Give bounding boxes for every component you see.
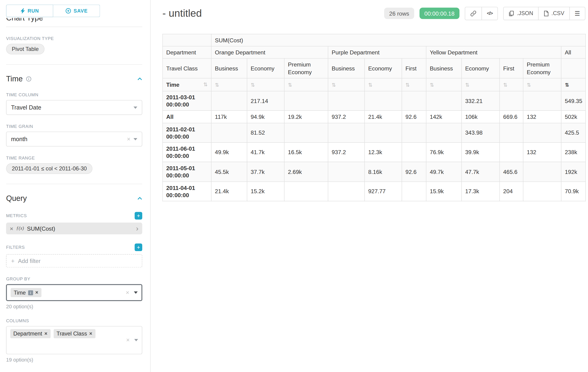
sort-icon[interactable]: ⇅ <box>406 83 410 88</box>
time-range-pill[interactable]: 2011-01-01 ≤ col < 2011-06-30 <box>6 163 93 174</box>
value-cell <box>523 123 561 142</box>
info-badge-icon: i <box>28 290 33 295</box>
value-cell: 465.6 <box>500 162 523 181</box>
row-label: 2011-05-01 00:00:00 <box>163 162 211 181</box>
time-section-header[interactable]: Time <box>6 75 142 84</box>
value-cell: 106k <box>462 111 500 123</box>
plus-icon: + <box>137 212 140 219</box>
add-metric-button[interactable]: + <box>135 212 142 220</box>
divider <box>6 64 142 65</box>
run-button[interactable]: RUN <box>6 5 53 17</box>
row-dimension-header: Travel Class <box>163 59 211 78</box>
sort-icon[interactable]: ⇅ <box>368 83 373 88</box>
columns-chip-label: Department <box>13 331 42 337</box>
subcolumn-header: Economy <box>247 59 284 78</box>
group-by-label: GROUP BY <box>6 277 142 281</box>
visualization-type-pill[interactable]: Pivot Table <box>6 44 44 54</box>
columns-chip[interactable]: Department × <box>10 329 51 338</box>
metric-chip[interactable]: × ƒ(x) SUM(Cost) › <box>6 223 142 234</box>
sort-header-cell[interactable]: ⇅ <box>402 78 426 91</box>
sort-header-cell[interactable]: ⇅ <box>426 78 462 91</box>
value-cell <box>402 181 426 201</box>
sort-icon[interactable]: ⇅ <box>430 83 434 88</box>
caret-down-icon <box>133 138 137 140</box>
chevron-right-icon[interactable]: › <box>136 225 138 232</box>
file-icon <box>543 11 549 16</box>
lightning-icon <box>21 8 25 13</box>
sort-icon[interactable]: ⇅ <box>527 83 531 88</box>
sort-icon[interactable]: ⇅ <box>565 83 569 88</box>
columns-chip-label: Travel Class <box>56 331 87 337</box>
chevron-up-icon[interactable] <box>137 77 142 81</box>
menu-button[interactable]: ☰ <box>569 7 585 20</box>
table-row: 2011-02-01 00:00:0081.52343.98425.5 <box>163 123 586 142</box>
columns-select[interactable]: Department × Travel Class × × <box>6 326 142 354</box>
columns-chip[interactable]: Travel Class × <box>53 329 95 338</box>
clear-icon[interactable]: × <box>127 136 130 142</box>
sort-header-cell[interactable]: ⇅ <box>365 78 402 91</box>
remove-chip-icon[interactable]: × <box>44 331 47 336</box>
sort-icon[interactable]: ⇅ <box>251 83 255 88</box>
sort-header-cell[interactable]: ⇅ <box>523 78 561 91</box>
save-button[interactable]: SAVE <box>53 5 100 17</box>
group-header: Orange Department <box>211 46 328 59</box>
group-by-chip[interactable]: Time i × <box>11 288 41 297</box>
filters-label: FILTERS <box>6 245 25 250</box>
share-link-button[interactable] <box>465 7 482 20</box>
sort-header-cell[interactable]: ⇅ <box>462 78 500 91</box>
sort-icon[interactable]: ⇅ <box>332 83 336 88</box>
group-header-row: Department Orange Department Purple Depa… <box>163 46 586 59</box>
value-cell <box>402 123 426 142</box>
value-cell <box>328 123 364 142</box>
add-filter-plus-button[interactable]: + <box>135 244 142 251</box>
time-column-select[interactable]: Travel Date <box>6 100 142 115</box>
chevron-up-icon[interactable] <box>137 197 142 200</box>
export-csv-button[interactable]: .CSV <box>538 7 570 20</box>
remove-metric-icon[interactable]: × <box>10 225 13 232</box>
row-axis-header[interactable]: Time ⇅ <box>163 78 211 91</box>
value-cell: 76.9k <box>426 142 462 162</box>
value-cell: 21.4k <box>211 181 247 201</box>
explore-view: RUN SAVE Chart Type VISUALIZATION TYPE P… <box>0 0 588 372</box>
add-filter-button[interactable]: + Add filter <box>6 254 142 267</box>
sort-icon[interactable]: ⇅ <box>503 83 508 88</box>
export-json-button[interactable]: .JSON <box>503 7 538 20</box>
sort-icon[interactable]: ⇅ <box>203 82 208 87</box>
view-query-button[interactable]: </> <box>482 7 498 20</box>
subcolumn-header <box>561 59 586 78</box>
value-cell: 927.77 <box>365 181 402 201</box>
table-row: 2011-04-01 00:00:0021.4k15.2k927.7715.9k… <box>163 181 586 201</box>
sort-header-cell[interactable]: ⇅ <box>328 78 364 91</box>
value-cell: 49.7k <box>426 162 462 181</box>
group-by-select[interactable]: Time i × × <box>6 284 142 301</box>
value-cell: 549.35 <box>561 91 586 111</box>
value-cell: 8.16k <box>365 162 402 181</box>
group-header: Purple Department <box>328 46 426 59</box>
value-cell: 132 <box>523 111 561 123</box>
remove-chip-icon[interactable]: × <box>35 290 38 295</box>
sort-header-cell[interactable]: ⇅ <box>247 78 284 91</box>
time-grain-select[interactable]: month × <box>6 132 142 147</box>
columns-options-hint: 19 option(s) <box>6 357 142 363</box>
clear-icon[interactable]: × <box>126 289 129 296</box>
clear-icon[interactable]: × <box>126 337 130 343</box>
value-cell: 669.6 <box>500 111 523 123</box>
value-cell <box>426 91 462 111</box>
query-section-header[interactable]: Query <box>6 194 142 203</box>
row-count-badge: 26 rows <box>384 8 414 19</box>
sort-icon[interactable]: ⇅ <box>288 83 292 88</box>
sort-icon[interactable]: ⇅ <box>465 83 470 88</box>
sort-header-cell[interactable]: ⇅ <box>500 78 523 91</box>
subcolumn-header: First <box>402 59 426 78</box>
sort-header-cell[interactable]: ⇅ <box>284 78 328 91</box>
value-cell <box>211 91 247 111</box>
value-cell: 45.5k <box>211 162 247 181</box>
remove-chip-icon[interactable]: × <box>89 331 92 336</box>
sort-header-cell[interactable]: ⇅ <box>211 78 247 91</box>
sort-icon[interactable]: ⇅ <box>215 83 219 88</box>
value-cell: 343.98 <box>462 123 500 142</box>
value-cell <box>328 181 364 201</box>
metrics-label: METRICS <box>6 213 27 218</box>
sort-header-cell[interactable]: ⇅ <box>561 78 586 91</box>
subcolumn-header: Economy <box>462 59 500 78</box>
